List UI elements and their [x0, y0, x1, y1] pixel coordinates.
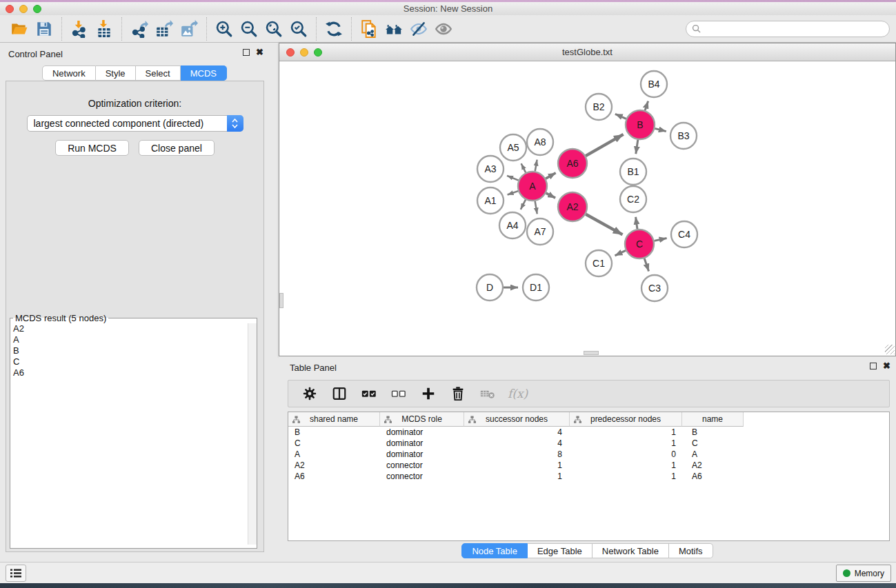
minimize-network-button[interactable]	[300, 48, 308, 57]
delete-column-button[interactable]	[448, 384, 468, 403]
zoom-in-button[interactable]	[212, 17, 237, 41]
list-item[interactable]: A	[10, 334, 257, 345]
graph-edge[interactable]	[655, 238, 667, 241]
graph-edge[interactable]	[535, 201, 537, 214]
resize-grip[interactable]	[885, 345, 895, 354]
graph-edge[interactable]	[645, 101, 648, 111]
control-panel-header: Control Panel ✖	[0, 43, 269, 66]
select-all-columns-button[interactable]	[359, 384, 379, 403]
table-row[interactable]: Bdominator41B	[288, 427, 889, 438]
minimize-window-button[interactable]	[19, 5, 28, 13]
graph-edge[interactable]	[508, 191, 519, 194]
table-row[interactable]: A2connector11A2	[288, 460, 889, 471]
graph-edge[interactable]	[586, 134, 624, 156]
open-file-icon	[10, 20, 28, 38]
float-panel-icon[interactable]	[870, 363, 877, 369]
tab-select[interactable]: Select	[136, 65, 181, 81]
control-panel-title: Control Panel	[8, 49, 63, 59]
open-file-button[interactable]	[7, 17, 32, 41]
zoom-window-button[interactable]	[33, 5, 41, 13]
column-header-name[interactable]: name	[682, 412, 744, 427]
tab-node-table[interactable]: Node Table	[461, 543, 528, 558]
close-panel-icon[interactable]: ✖	[883, 363, 890, 369]
tab-motifs[interactable]: Motifs	[669, 543, 713, 558]
save-session-button[interactable]	[32, 17, 57, 41]
function-builder-button[interactable]: f(x)	[508, 387, 528, 401]
refresh-layout-button[interactable]	[321, 17, 346, 41]
list-item[interactable]: A2	[10, 323, 257, 334]
toolbar-separator	[206, 17, 207, 41]
close-window-button[interactable]	[6, 5, 14, 13]
graph-edge[interactable]	[586, 214, 622, 235]
close-panel-icon[interactable]: ✖	[256, 49, 263, 56]
table-row[interactable]: A6connector11A6	[288, 471, 889, 482]
show-columns-button[interactable]	[330, 384, 349, 403]
graph-node-label: B	[637, 119, 643, 130]
graph-edge[interactable]	[615, 114, 626, 119]
column-header-mcds-role[interactable]: MCDS role	[380, 412, 464, 427]
refresh-layout-icon	[325, 20, 343, 38]
close-network-button[interactable]	[286, 48, 295, 57]
table-row[interactable]: Adominator80A	[288, 449, 889, 460]
graph-edge[interactable]	[636, 217, 637, 229]
tab-mcds[interactable]: MCDS	[181, 65, 227, 81]
mcds-result-title: MCDS result (5 nodes)	[13, 313, 108, 323]
import-table-button[interactable]	[92, 17, 117, 41]
list-item[interactable]: C	[10, 356, 257, 367]
list-item[interactable]: A6	[10, 367, 257, 378]
tab-network[interactable]: Network	[42, 65, 96, 81]
graph-edge[interactable]	[546, 173, 556, 179]
graph-edge[interactable]	[546, 193, 556, 198]
import-network-button[interactable]	[67, 17, 92, 41]
network-canvas[interactable]: A5A8A3A1A4A7AA6A2BB2B4B3B1CC2C4C1C3DD1	[279, 61, 895, 355]
zoom-selected-button[interactable]	[286, 17, 311, 41]
new-network-from-selection-button[interactable]	[357, 17, 381, 41]
hide-panel-button[interactable]	[406, 17, 431, 41]
run-mcds-button[interactable]: Run MCDS	[55, 140, 129, 156]
optimization-criterion-select[interactable]: largest connected component (directed)	[27, 115, 243, 132]
first-neighbors-button[interactable]	[381, 17, 406, 41]
unselect-all-columns-button[interactable]	[389, 384, 408, 403]
zoom-selected-icon	[290, 20, 308, 38]
delete-table-button[interactable]	[478, 384, 497, 403]
tab-edge-table[interactable]: Edge Table	[528, 543, 593, 558]
graph-edge[interactable]	[636, 140, 638, 154]
graph-edge[interactable]	[535, 160, 537, 172]
graph-edge[interactable]	[521, 200, 526, 210]
close-panel-button[interactable]: Close panel	[139, 140, 215, 156]
zoom-out-button[interactable]	[237, 17, 261, 41]
network-graph[interactable]: A5A8A3A1A4A7AA6A2BB2B4B3B1CC2C4C1C3DD1	[279, 61, 895, 355]
column-header-predecessor-nodes[interactable]: predecessor nodes	[570, 412, 682, 427]
table-row[interactable]: Cdominator41C	[288, 438, 889, 449]
column-header-shared-name[interactable]: shared name	[288, 412, 380, 427]
list-item[interactable]: B	[10, 345, 257, 356]
export-image-button[interactable]	[177, 17, 201, 41]
export-network-button[interactable]	[127, 17, 152, 41]
save-session-icon	[35, 20, 53, 38]
add-column-button[interactable]	[419, 384, 438, 403]
result-scrollbar[interactable]	[248, 323, 257, 545]
graph-node-label: C4	[678, 229, 690, 240]
export-table-button[interactable]	[152, 17, 177, 41]
tab-network-table[interactable]: Network Table	[593, 543, 669, 558]
zoom-fit-button[interactable]	[261, 17, 286, 41]
tab-style[interactable]: Style	[96, 65, 136, 81]
zoom-network-button[interactable]	[314, 48, 322, 57]
graph-edge[interactable]	[521, 163, 526, 172]
float-panel-icon[interactable]	[243, 49, 250, 56]
network-window-titlebar: testGlobe.txt	[279, 43, 895, 61]
show-panel-button[interactable]	[431, 17, 456, 41]
graph-node-label: B1	[627, 166, 639, 177]
search-input[interactable]	[704, 22, 889, 36]
graph-edge[interactable]	[615, 250, 626, 255]
graph-edge[interactable]	[644, 258, 648, 272]
graph-edge[interactable]	[507, 176, 519, 181]
table-options-button[interactable]	[300, 384, 319, 403]
desktop-background-strip	[0, 583, 896, 588]
column-header-successor-nodes[interactable]: successor nodes	[464, 412, 570, 427]
memory-button[interactable]: Memory	[836, 565, 891, 582]
toolbar-separator	[316, 17, 317, 41]
mcds-result-list[interactable]: A2 A B C A6	[10, 323, 257, 545]
graph-edge[interactable]	[655, 128, 666, 131]
show-panels-button[interactable]	[6, 565, 26, 582]
